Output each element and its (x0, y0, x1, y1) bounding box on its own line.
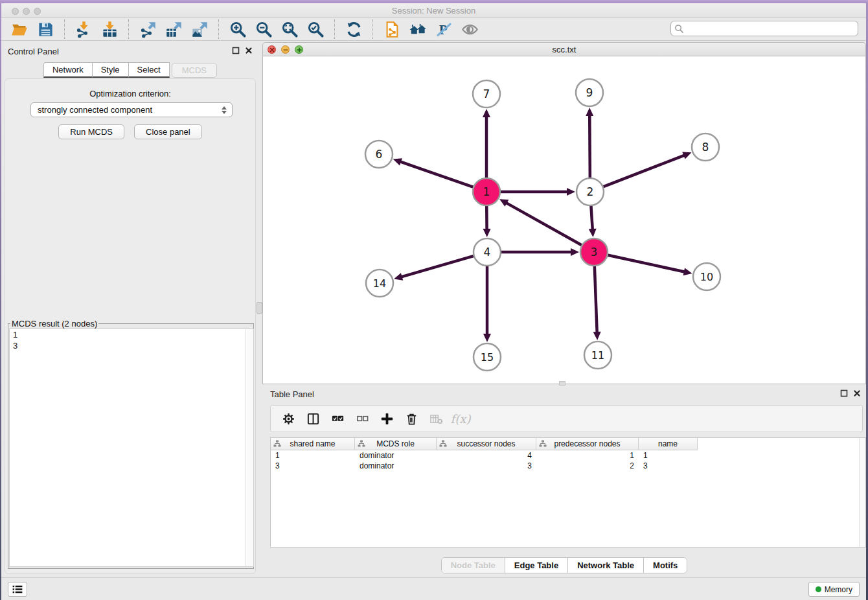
tab-network-table[interactable]: Network Table (567, 558, 643, 573)
task-history-button[interactable] (8, 582, 27, 597)
table-row[interactable]: 1dominator411 (271, 450, 865, 461)
graph-edge-3-10[interactable] (608, 255, 692, 275)
column-header-label: predecessor nodes (536, 439, 638, 448)
float-table-panel-icon[interactable] (840, 389, 848, 397)
tab-motifs[interactable]: Motifs (643, 558, 687, 573)
memory-status-icon (816, 586, 821, 592)
zoom-in-icon[interactable] (225, 19, 251, 40)
graph-node-2[interactable]: 2 (577, 178, 604, 205)
graph-node-4[interactable]: 4 (474, 238, 501, 266)
graph-node-3[interactable]: 3 (580, 238, 608, 266)
deselect-all-icon[interactable] (352, 409, 372, 428)
close-panel-button[interactable]: Close panel (134, 124, 202, 139)
optimization-criterion-select[interactable]: strongly connected component (30, 102, 233, 117)
hierarchy-sort-icon (358, 440, 365, 448)
graph-edge-1-2[interactable] (501, 188, 575, 196)
network-window-titlebar: scc.txt (262, 42, 866, 56)
mcds-result-textarea[interactable]: 13 (9, 329, 254, 567)
run-mcds-button[interactable]: Run MCDS (58, 124, 124, 139)
float-panel-icon[interactable] (232, 47, 240, 54)
graph-edge-2-8[interactable] (604, 152, 692, 187)
tab-network[interactable]: Network (43, 62, 93, 78)
mcds-result-scrollbar[interactable] (246, 329, 253, 566)
graph-edge-4-15[interactable] (483, 266, 491, 342)
zoom-out-icon[interactable] (251, 19, 277, 40)
svg-text:11: 11 (591, 349, 604, 362)
graph-edge-3-11[interactable] (593, 266, 601, 340)
graph-node-9[interactable]: 9 (576, 79, 603, 106)
svg-text:10: 10 (700, 271, 713, 283)
table-panel: Table Panel f(x) shared nameMCDS rolesuc… (262, 387, 866, 577)
graph-edge-4-3[interactable] (501, 248, 579, 256)
graph-edge-2-3[interactable] (589, 206, 597, 237)
graph-edge-3-1[interactable] (499, 199, 582, 245)
save-icon[interactable] (32, 19, 58, 40)
delete-row-icon[interactable] (402, 409, 421, 428)
tab-node-table[interactable]: Node Table (442, 558, 505, 573)
application-window: Session: New Session P Control Panel Net… (0, 0, 868, 600)
graph-node-7[interactable]: 7 (473, 80, 500, 108)
graph-edge-1-4[interactable] (483, 206, 491, 237)
zoom-selected-icon[interactable] (303, 19, 328, 40)
table-cell: 2 (536, 461, 639, 471)
svg-text:9: 9 (586, 86, 593, 99)
tab-select[interactable]: Select (129, 62, 170, 78)
settings-icon[interactable] (279, 409, 298, 428)
table-header-row: shared nameMCDS rolesuccessor nodesprede… (271, 438, 865, 450)
add-row-icon[interactable] (377, 409, 396, 428)
table-cell: 3 (639, 461, 698, 471)
table-scrollbar[interactable] (859, 438, 865, 547)
export-network-icon[interactable] (135, 19, 161, 40)
horizontal-splitter-grip[interactable] (559, 381, 565, 386)
column-header-name[interactable]: name (639, 438, 698, 450)
graph-node-6[interactable]: 6 (365, 141, 393, 168)
graph-node-15[interactable]: 15 (474, 343, 501, 371)
control-panel-title: Control Panel (8, 47, 59, 56)
column-header-label: shared name (271, 439, 354, 448)
column-header-predecessor-nodes[interactable]: predecessor nodes (536, 438, 639, 450)
export-table-icon[interactable] (161, 19, 187, 40)
hide-details-icon[interactable]: P (431, 19, 457, 40)
tab-mcds[interactable]: MCDS (172, 63, 217, 78)
tab-style[interactable]: Style (93, 62, 129, 78)
network-file-icon[interactable] (379, 19, 405, 40)
vertical-splitter-grip[interactable] (257, 302, 262, 314)
import-table-icon[interactable] (97, 19, 122, 40)
memory-button[interactable]: Memory (808, 582, 860, 597)
graph-node-10[interactable]: 10 (693, 263, 720, 290)
export-image-icon[interactable] (187, 19, 212, 40)
table-row[interactable]: 3dominator323 (271, 461, 865, 471)
close-panel-icon[interactable] (245, 47, 253, 54)
select-all-icon[interactable] (328, 409, 347, 428)
graph-edge-4-14[interactable] (394, 256, 474, 281)
column-header-shared-name[interactable]: shared name (271, 438, 355, 450)
main-toolbar-groups: P (6, 19, 483, 40)
open-folder-icon[interactable] (6, 19, 32, 40)
mcds-result-line: 3 (10, 340, 253, 351)
import-network-icon[interactable] (71, 19, 97, 40)
columns-icon[interactable] (303, 409, 323, 428)
graph-node-8[interactable]: 8 (692, 133, 719, 161)
home-icon[interactable] (405, 19, 431, 40)
zoom-fit-icon[interactable] (277, 19, 303, 40)
tab-edge-table[interactable]: Edge Table (505, 558, 567, 573)
table-tabs-bar: Node TableEdge TableNetwork TableMotifs (262, 557, 866, 573)
graph-node-1[interactable]: 1 (473, 178, 500, 205)
svg-text:8: 8 (702, 141, 709, 154)
search-input[interactable] (687, 22, 854, 35)
graph-edge-1-6[interactable] (393, 158, 474, 187)
network-canvas[interactable]: 7968124314101511 (262, 56, 866, 384)
memory-label: Memory (825, 585, 852, 594)
eye-icon[interactable] (457, 19, 483, 40)
close-table-panel-icon[interactable] (853, 389, 861, 397)
graph-edge-1-7[interactable] (483, 109, 490, 178)
mcds-result-line: 1 (10, 329, 253, 340)
refresh-icon[interactable] (341, 19, 367, 40)
column-header-successor-nodes[interactable]: successor nodes (437, 438, 536, 450)
column-header-MCDS-role[interactable]: MCDS role (355, 438, 437, 450)
graph-node-14[interactable]: 14 (366, 270, 393, 297)
destroy-table-icon (426, 409, 446, 428)
toolbar-separator (334, 19, 335, 39)
graph-node-11[interactable]: 11 (584, 341, 611, 369)
graph-edge-2-9[interactable] (586, 108, 593, 178)
